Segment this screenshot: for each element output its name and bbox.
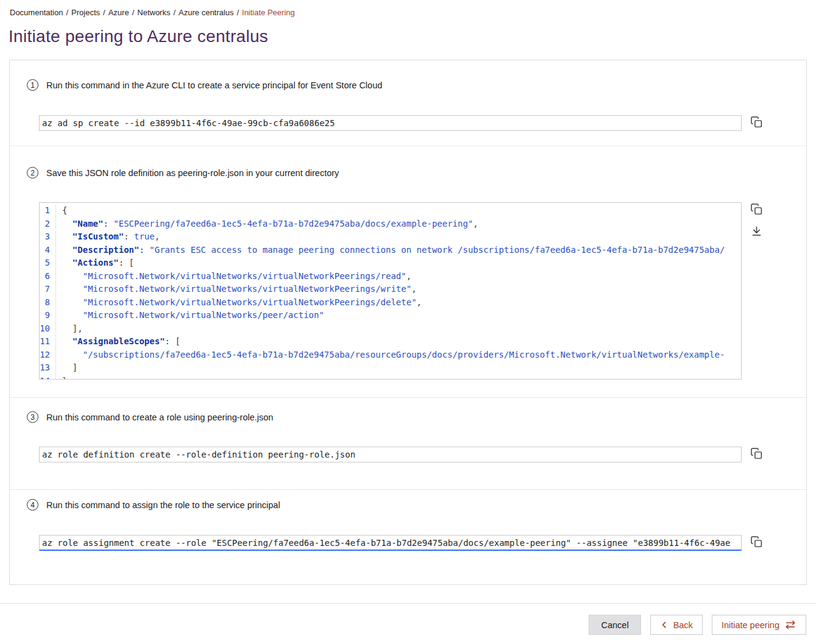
steps-panel: 1 Run this command in the Azure CLI to c… [9, 60, 807, 585]
step-1-header: 1 Run this command in the Azure CLI to c… [27, 79, 806, 91]
breadcrumb-separator: / [103, 8, 105, 17]
code-line: 1{ [40, 204, 741, 218]
code-text: { [56, 204, 67, 218]
line-number: 9 [40, 309, 56, 322]
step-1-command-row: az ad sp create --id e3899b11-4f6c-49ae-… [39, 115, 763, 131]
step-4-command-row: az role assignment create --role "ESCPee… [39, 535, 763, 551]
page-title: Initiate peering to Azure centralus [9, 26, 816, 47]
code-line: 4 "Description": "Grants ESC access to m… [40, 244, 741, 257]
step-4-number-badge: 4 [27, 499, 38, 511]
copy-button-step-2[interactable] [750, 202, 763, 216]
code-line: 5 "Actions": [ [40, 257, 741, 270]
code-text: "Actions": [ [56, 257, 134, 270]
chevron-left-icon [660, 620, 669, 629]
breadcrumb: Documentation/Projects/Azure/Networks/Az… [0, 0, 816, 17]
breadcrumb-separator: / [173, 8, 176, 17]
code-text: } [56, 375, 67, 380]
step-4-header: 4 Run this command to assign the role to… [27, 499, 806, 511]
line-number: 8 [40, 296, 56, 310]
copy-icon [750, 202, 763, 216]
download-icon [750, 224, 763, 238]
swap-horizontal-icon [784, 620, 796, 630]
step-3-instruction: Run this command to create a role using … [46, 412, 273, 422]
step-2: 2 Save this JSON role definition as peer… [10, 146, 806, 380]
code-text: ] [56, 361, 77, 375]
copy-icon [750, 535, 763, 549]
copy-button-step-1[interactable] [750, 115, 763, 129]
json-code-block[interactable]: 1{2 "Name": "ESCPeering/fa7eed6a-1ec5-4e… [39, 202, 742, 380]
breadcrumb-link[interactable]: Networks [137, 8, 170, 17]
back-button-label: Back [673, 620, 693, 630]
breadcrumb-link[interactable]: Documentation [10, 8, 63, 17]
step-1-number-badge: 1 [27, 79, 38, 91]
code-line: 13 ] [40, 361, 741, 375]
code-line: 10 ], [40, 322, 741, 336]
code-line: 14} [40, 375, 741, 380]
download-button[interactable] [750, 224, 763, 238]
copy-button-step-4[interactable] [750, 535, 763, 549]
step-2-instruction: Save this JSON role definition as peerin… [46, 168, 339, 178]
step-4: 4 Run this command to assign the role to… [10, 490, 806, 584]
code-text: "Microsoft.Network/virtualNetworks/virtu… [56, 296, 422, 310]
step-2-code-row: 1{2 "Name": "ESCPeering/fa7eed6a-1ec5-4e… [39, 202, 763, 380]
initiate-peering-label: Initiate peering [722, 620, 779, 630]
back-button[interactable]: Back [650, 615, 703, 635]
code-line: 6 "Microsoft.Network/virtualNetworks/vir… [40, 270, 741, 283]
line-number: 13 [40, 361, 56, 375]
code-text: "Microsoft.Network/virtualNetworks/virtu… [56, 283, 417, 296]
step-3: 3 Run this command to create a role usin… [10, 398, 806, 462]
breadcrumb-link[interactable]: Azure [108, 8, 129, 17]
breadcrumb-link[interactable]: Projects [71, 8, 100, 17]
step-3-command-row: az role definition create --role-definit… [39, 447, 763, 462]
line-number: 11 [40, 335, 56, 349]
line-number: 2 [40, 218, 56, 231]
breadcrumb-separator: / [236, 8, 239, 17]
code-text: "/subscriptions/fa7eed6a-1ec5-4efa-b71a-… [56, 349, 725, 362]
breadcrumb-separator: / [66, 8, 68, 17]
footer-actions: Cancel Back Initiate peering [0, 604, 816, 635]
line-number: 3 [40, 230, 56, 244]
command-input-create-sp[interactable]: az ad sp create --id e3899b11-4f6c-49ae-… [39, 115, 742, 131]
line-number: 10 [40, 322, 56, 336]
line-number: 1 [40, 204, 56, 218]
step-4-instruction: Run this command to assign the role to t… [46, 500, 280, 510]
copy-icon [750, 447, 763, 461]
step-1: 1 Run this command in the Azure CLI to c… [10, 60, 806, 131]
code-line: 2 "Name": "ESCPeering/fa7eed6a-1ec5-4efa… [40, 218, 741, 231]
breadcrumb-separator: / [132, 8, 135, 17]
line-number: 7 [40, 283, 56, 296]
code-line: 7 "Microsoft.Network/virtualNetworks/vir… [40, 283, 741, 296]
step-3-header: 3 Run this command to create a role usin… [27, 411, 806, 423]
code-line: 3 "IsCustom": true, [40, 230, 741, 244]
line-number: 14 [40, 375, 56, 380]
code-text: "IsCustom": true, [56, 230, 160, 244]
command-input-create-role[interactable]: az role definition create --role-definit… [39, 447, 742, 462]
code-line: 9 "Microsoft.Network/virtualNetworks/pee… [40, 309, 741, 322]
code-line: 8 "Microsoft.Network/virtualNetworks/vir… [40, 296, 741, 310]
line-number: 5 [40, 257, 56, 270]
copy-icon [750, 115, 763, 129]
command-input-assign-role[interactable]: az role assignment create --role "ESCPee… [39, 535, 742, 551]
breadcrumb-link[interactable]: Azure centralus [179, 8, 233, 17]
initiate-peering-button[interactable]: Initiate peering [712, 615, 806, 635]
code-block-actions [750, 202, 763, 238]
code-text: "AssignableScopes": [ [56, 335, 180, 349]
step-1-instruction: Run this command in the Azure CLI to cre… [46, 80, 382, 90]
line-number: 6 [40, 270, 56, 283]
code-line: 11 "AssignableScopes": [ [40, 335, 741, 349]
step-2-header: 2 Save this JSON role definition as peer… [27, 167, 806, 179]
line-number: 12 [40, 349, 56, 362]
code-text: "Microsoft.Network/virtualNetworks/virtu… [56, 270, 411, 283]
code-text: "Microsoft.Network/virtualNetworks/peer/… [56, 309, 324, 322]
code-text: ], [56, 322, 83, 336]
step-2-number-badge: 2 [27, 167, 38, 179]
breadcrumb-current: Initiate Peering [242, 8, 295, 17]
line-number: 4 [40, 244, 56, 257]
copy-button-step-3[interactable] [750, 447, 763, 461]
code-line: 12 "/subscriptions/fa7eed6a-1ec5-4efa-b7… [40, 349, 741, 362]
cancel-button[interactable]: Cancel [589, 615, 640, 635]
step-3-number-badge: 3 [27, 411, 38, 423]
code-text: "Name": "ESCPeering/fa7eed6a-1ec5-4efa-b… [56, 218, 478, 231]
code-text: "Description": "Grants ESC access to man… [56, 244, 725, 257]
